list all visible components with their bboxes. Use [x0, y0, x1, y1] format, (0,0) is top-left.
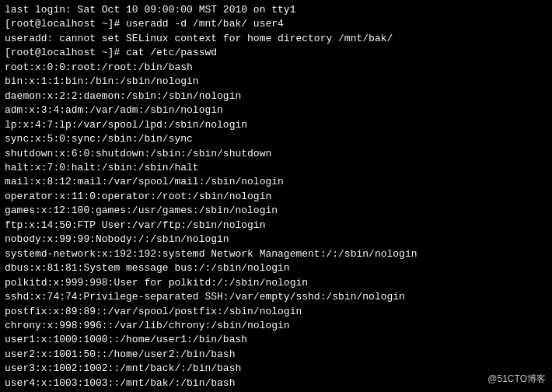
- terminal-line: [root@localhost ~]# useradd -d /mnt/bak/…: [5, 17, 547, 31]
- watermark: @51CTO博客: [487, 373, 546, 386]
- terminal-line: useradd: cannot set SELinux context for …: [5, 32, 547, 46]
- terminal-line: bin:x:1:1:bin:/bin:/sbin/nologin: [5, 75, 547, 89]
- terminal-line: systemd-network:x:192:192:systemd Networ…: [5, 247, 547, 261]
- terminal-line: lp:x:4:7:lp:/var/spool/lpd:/sbin/nologin: [5, 118, 547, 132]
- terminal: last login: Sat Oct 10 09:00:00 MST 2010…: [0, 0, 552, 392]
- terminal-line: halt:x:7:0:halt:/sbin:/sbin/halt: [5, 161, 547, 175]
- terminal-line: user3:x:1002:1002::/mnt/back/:/bin/bash: [5, 362, 547, 376]
- terminal-line: root:x:0:0:root:/root:/bin/bash: [5, 61, 547, 75]
- terminal-line: user2:x:1001:50::/home/user2:/bin/bash: [5, 348, 547, 362]
- terminal-line: shutdown:x:6:0:shutdown:/sbin:/sbin/shut…: [5, 147, 547, 161]
- terminal-line: sync:x:5:0:sync:/sbin:/bin/sync: [5, 132, 547, 146]
- terminal-line: polkitd:x:999:998:User for polkitd:/:/sb…: [5, 276, 547, 290]
- terminal-line: operator:x:11:0:operator:/root:/sbin/nol…: [5, 190, 547, 204]
- terminal-line: daemon:x:2:2:daemon:/sbin:/sbin/nologin: [5, 89, 547, 103]
- terminal-line: user4:x:1003:1003::/mnt/bak/:/bin/bash: [5, 376, 547, 390]
- terminal-line: ftp:x:14:50:FTP User:/var/ftp:/sbin/nolo…: [5, 219, 547, 233]
- terminal-line: dbus:x:81:81:System message bus:/:/sbin/…: [5, 261, 547, 275]
- terminal-line: last login: Sat Oct 10 09:00:00 MST 2010…: [5, 3, 547, 17]
- terminal-line: chrony:x:998:996::/var/lib/chrony:/sbin/…: [5, 319, 547, 333]
- terminal-line: games:x:12:100:games:/usr/games:/sbin/no…: [5, 204, 547, 218]
- terminal-line: [root@localhost ~]# cat /etc/passwd: [5, 46, 547, 60]
- terminal-line: sshd:x:74:74:Privilege-separated SSH:/va…: [5, 290, 547, 304]
- terminal-line: user1:x:1000:1000::/home/user1:/bin/bash: [5, 333, 547, 347]
- terminal-line: mail:x:8:12:mail:/var/spool/mail:/sbin/n…: [5, 175, 547, 189]
- terminal-line: nobody:x:99:99:Nobody:/:/sbin/nologin: [5, 233, 547, 247]
- terminal-line: postfix:x:89:89::/var/spool/postfix:/sbi…: [5, 305, 547, 319]
- terminal-line: adm:x:3:4:adm:/var/adm:/sbin/nologin: [5, 103, 547, 117]
